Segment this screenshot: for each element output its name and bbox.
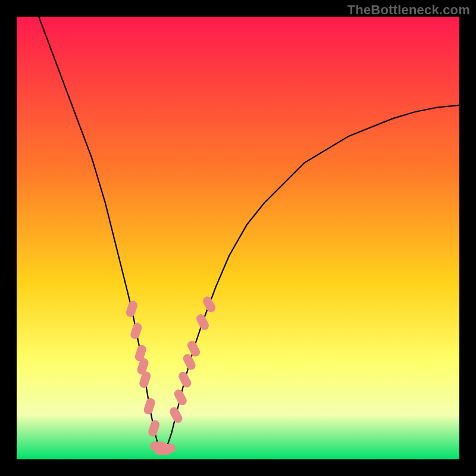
curve-marker <box>159 444 176 453</box>
chart-svg <box>17 17 459 459</box>
attribution-label: TheBottleneck.com <box>347 2 470 18</box>
gradient-background <box>17 17 459 459</box>
plot-area <box>17 17 459 459</box>
chart-frame: TheBottleneck.com <box>0 0 476 476</box>
